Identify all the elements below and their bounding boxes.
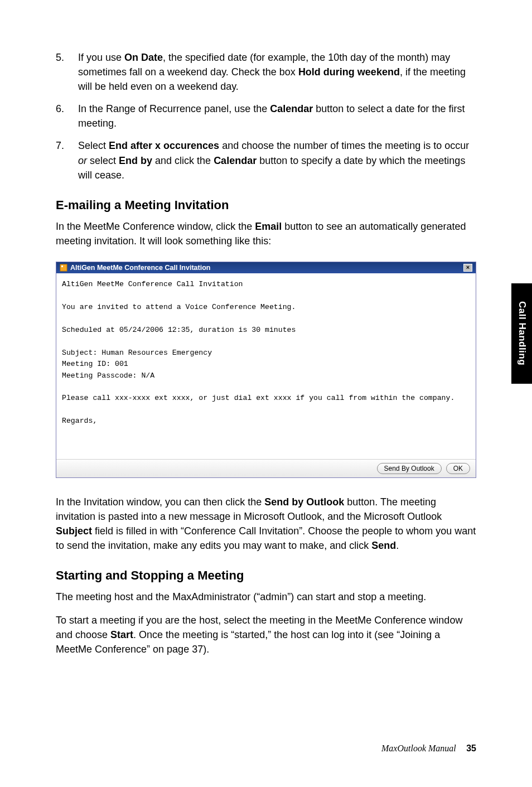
dialog-line: AltiGen MeetMe Conference Call Invitatio… [62,279,470,290]
side-tab-call-handling: Call Handling [511,283,532,384]
dialog-titlebar: AltiGen MeetMe Conference Call Invitatio… [56,262,476,273]
footer-book-title: MaxOutlook Manual [381,743,456,753]
dialog-line: Regards, [62,416,470,427]
dialog-body: AltiGen MeetMe Conference Call Invitatio… [56,273,476,459]
invitation-dialog: AltiGen MeetMe Conference Call Invitatio… [56,262,476,478]
page-footer: MaxOutlook Manual 35 [381,743,476,754]
list-text: In the Range of Recurrence panel, use th… [78,102,476,131]
dialog-line: Subject: Human Resources Emergency [62,347,470,359]
list-item: 7.Select End after x occurences and choo… [56,138,476,182]
svg-rect-1 [61,265,63,267]
ok-button[interactable]: OK [446,463,470,474]
dialog-line: Scheduled at 05/24/2006 12:35, duration … [62,325,470,336]
list-number: 6. [56,102,78,131]
dialog-line [62,438,470,450]
app-icon [60,264,67,272]
dialog-line [62,313,470,324]
list-number: 7. [56,138,78,182]
list-item: 5.If you use On Date, the specified date… [56,50,476,94]
dialog-line [62,382,470,393]
list-number: 5. [56,50,78,94]
footer-page-number: 35 [466,743,476,753]
side-tab-label: Call Handling [516,301,528,365]
paragraph-invitation-explain: In the Invitation window, you can then c… [56,495,476,553]
send-by-outlook-button[interactable]: Send By Outlook [377,463,442,474]
paragraph-email-intro: In the MeetMe Conference window, click t… [56,219,476,248]
list-item: 6.In the Range of Recurrence panel, use … [56,102,476,131]
dialog-line [62,404,470,416]
paragraph-start-2: To start a meeting if you are the host, … [56,613,476,656]
dialog-line: Please call xxx-xxxx ext xxxx, or just d… [62,393,470,404]
list-text: If you use On Date, the specified date (… [78,50,476,94]
dialog-line: You are invited to attend a Voice Confer… [62,302,470,313]
svg-rect-0 [60,264,67,271]
numbered-list: 5.If you use On Date, the specified date… [56,50,476,182]
dialog-line [62,427,470,438]
paragraph-start-1: The meeting host and the MaxAdministrato… [56,590,476,604]
heading-email-invitation: E-mailing a Meeting Invitation [56,198,476,213]
dialog-line [62,336,470,347]
close-icon[interactable]: × [463,264,472,272]
heading-start-stop: Starting and Stopping a Meeting [56,568,476,583]
dialog-line: Meeting Passcode: N/A [62,370,470,382]
dialog-line: Meeting ID: 001 [62,359,470,370]
dialog-line [62,290,470,301]
dialog-footer: Send By Outlook OK [56,459,476,477]
dialog-title: AltiGen MeetMe Conference Call Invitatio… [70,264,210,272]
list-text: Select End after x occurences and choose… [78,138,476,182]
